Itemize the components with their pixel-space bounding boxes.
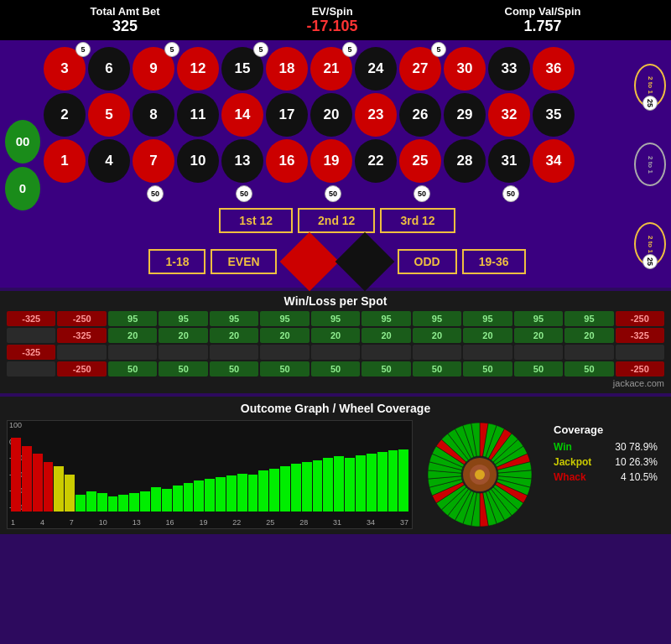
num-32[interactable]: 32	[488, 93, 530, 137]
num-36[interactable]: 36	[533, 47, 575, 91]
chart-bar	[173, 486, 183, 512]
svg-point-3	[475, 470, 485, 480]
wl-cell	[57, 345, 106, 360]
num-10[interactable]: 10	[177, 139, 219, 183]
chart-bar	[108, 496, 118, 512]
wl-cell: 95	[362, 311, 410, 326]
wl-cell: 20	[159, 328, 207, 343]
chart-bar	[367, 454, 377, 512]
wl-cell: 50	[108, 361, 157, 377]
graph-area: 100 0 -100 -200 -300 -400 1471013 161922…	[7, 420, 664, 529]
red-diamond[interactable]	[279, 232, 339, 292]
num-35[interactable]: 35	[533, 93, 575, 137]
total-amt-bet-value: 325	[112, 18, 138, 35]
wl-cell: 50	[210, 361, 258, 377]
num-15[interactable]: 515	[221, 47, 263, 91]
num-5[interactable]: 5	[88, 93, 130, 137]
chart-bar	[11, 438, 21, 512]
coverage-win-value: 30 78.9%	[615, 441, 658, 453]
num-18[interactable]: 18	[266, 47, 308, 91]
two-to-one-top[interactable]: 2 to 1 25	[634, 64, 666, 107]
num-7[interactable]: 7	[133, 139, 174, 183]
bet-19-36[interactable]: 19-36	[462, 249, 526, 274]
wl-cell: 95	[413, 311, 461, 326]
dozen-2nd[interactable]: 2nd 12	[298, 208, 375, 233]
num-28[interactable]: 28	[444, 139, 486, 183]
num-31[interactable]: 31	[488, 139, 530, 183]
roulette-wheel-svg	[425, 420, 534, 529]
num-13[interactable]: 13	[221, 139, 263, 183]
bet-odd[interactable]: ODD	[398, 249, 457, 274]
chip-top-2to1[interactable]: 25	[642, 96, 658, 111]
chart-bar	[118, 495, 128, 512]
chart-bar	[334, 456, 344, 512]
wl-cell	[7, 361, 55, 377]
chart-bar	[345, 458, 355, 512]
wl-cell	[260, 345, 309, 360]
num-30[interactable]: 30	[444, 47, 486, 91]
num-29[interactable]: 29	[444, 93, 486, 137]
num-16[interactable]: 16	[266, 139, 308, 183]
single-zero[interactable]: 0	[5, 167, 40, 210]
chart-bar	[194, 480, 204, 512]
wl-cell: -325	[7, 311, 55, 326]
wl-cell	[7, 328, 55, 343]
street-chip-5[interactable]: 50	[502, 185, 519, 202]
num-19[interactable]: 19	[310, 139, 352, 183]
num-24[interactable]: 24	[355, 47, 397, 91]
two-to-one-mid[interactable]: 2 to 1	[634, 143, 666, 186]
dozen-1st[interactable]: 1st 12	[219, 208, 293, 233]
wl-row-3: -325	[7, 345, 664, 360]
bet-1-18[interactable]: 1-18	[148, 249, 205, 274]
bar-chart: 100 0 -100 -200 -300 -400 1471013 161922…	[7, 420, 413, 529]
stats-bar: Total Amt Bet 325 EV/Spin -17.105 Comp V…	[0, 0, 671, 40]
black-diamond[interactable]	[335, 232, 394, 292]
street-chip-2[interactable]: 50	[236, 185, 252, 202]
wl-cell: 20	[108, 328, 157, 343]
num-4[interactable]: 4	[88, 139, 130, 183]
chart-bar	[226, 475, 237, 512]
num-9[interactable]: 59	[133, 47, 174, 91]
num-6[interactable]: 6	[88, 47, 130, 91]
wl-cell: 50	[413, 361, 461, 377]
ev-spin-label: EV/Spin	[311, 5, 352, 18]
chart-bar	[216, 477, 226, 512]
num-21[interactable]: 521	[310, 47, 352, 91]
double-zero[interactable]: 00	[5, 120, 40, 164]
num-1[interactable]: 1	[44, 139, 86, 183]
num-26[interactable]: 26	[399, 93, 441, 137]
num-2[interactable]: 2	[44, 93, 86, 137]
dozen-3rd[interactable]: 3rd 12	[380, 208, 455, 233]
coverage-whack-value: 4 10.5%	[621, 471, 658, 483]
street-chip-1[interactable]: 50	[147, 185, 164, 202]
roulette-section: 00 0 53 6 59 12 515 18 521 24 527 30 33 …	[0, 40, 671, 288]
wl-cell: 20	[260, 328, 309, 343]
num-12[interactable]: 12	[177, 47, 219, 91]
wl-cell: 50	[311, 361, 360, 377]
chip-bot-2to1[interactable]: 25	[642, 254, 658, 269]
num-34[interactable]: 34	[533, 139, 575, 183]
bet-even[interactable]: EVEN	[211, 249, 276, 274]
num-27[interactable]: 527	[399, 47, 441, 91]
num-3[interactable]: 53	[44, 47, 86, 91]
num-22[interactable]: 22	[355, 139, 397, 183]
wl-row-1: -325 -250 95 95 95 95 95 95 95 95 95 95 …	[7, 311, 664, 326]
chart-bar	[323, 458, 333, 512]
num-33[interactable]: 33	[488, 47, 530, 91]
wl-cell: 20	[311, 328, 360, 343]
street-chip-3[interactable]: 50	[325, 185, 341, 202]
num-17[interactable]: 17	[266, 93, 308, 137]
num-25[interactable]: 25	[399, 139, 441, 183]
chart-bar	[54, 466, 64, 512]
chart-bar	[97, 493, 107, 512]
num-20[interactable]: 20	[310, 93, 352, 137]
wl-cell	[616, 345, 664, 360]
num-14[interactable]: 14	[221, 93, 263, 137]
bottom-row: 1-18 EVEN ODD 19-36	[44, 241, 631, 283]
num-23[interactable]: 23	[355, 93, 397, 137]
chart-bar	[86, 491, 96, 512]
two-to-one-bot[interactable]: 2 to 1 25	[634, 222, 666, 266]
num-11[interactable]: 11	[177, 93, 219, 137]
street-chip-4[interactable]: 50	[414, 185, 430, 202]
num-8[interactable]: 8	[133, 93, 174, 137]
